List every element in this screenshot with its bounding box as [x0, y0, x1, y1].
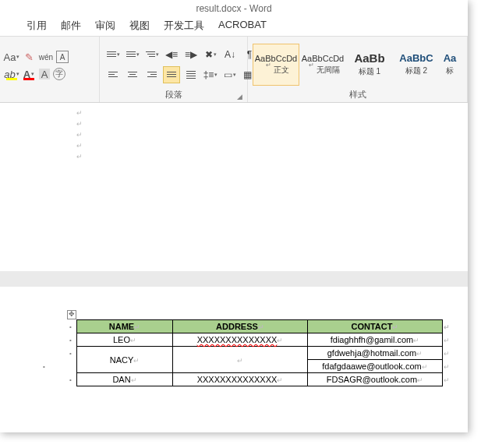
table-move-handle[interactable]: ✥: [67, 310, 76, 319]
change-case-button[interactable]: Aa▾: [5, 50, 19, 64]
paragraph-group-label: 段落 ◢: [104, 89, 242, 102]
table-row[interactable]: •LEO↵ XXXXXXXXXXXXXX↵ fdiaghhfh@gamil.co…: [77, 333, 443, 347]
increase-indent-button[interactable]: ≡▶: [182, 46, 200, 63]
app-window: result.docx - Word 引用 邮件 审阅 视图 开发工具 ACRO…: [0, 0, 468, 432]
style-heading-1[interactable]: AaBb 标题 1: [346, 44, 393, 86]
style-heading-3[interactable]: Aa 标: [440, 44, 460, 86]
styles-group-label: 样式: [253, 89, 462, 102]
tab-acrobat[interactable]: ACROBAT: [218, 19, 267, 33]
align-justify-button[interactable]: [163, 66, 180, 83]
tab-references[interactable]: 引用: [27, 19, 47, 33]
data-table[interactable]: • NAME↵ ADDRESS↵ CONTACT↵ ↵: [76, 319, 443, 386]
tab-mailings[interactable]: 邮件: [61, 19, 81, 33]
ribbon-tabs: 引用 邮件 审阅 视图 开发工具 ACROBAT: [0, 17, 468, 36]
style-heading-2[interactable]: AaBbC 标题 2: [393, 44, 440, 86]
enclose-characters-button[interactable]: 字: [53, 68, 65, 80]
page-gap: [0, 271, 468, 287]
styles-gallery: AaBbCcDd ↵正文 AaBbCcDd ↵无间隔 AaBb 标题 1 AaB…: [253, 44, 460, 86]
style-no-spacing[interactable]: AaBbCcDd ↵无间隔: [299, 44, 346, 86]
paragraph-launcher-icon[interactable]: ◢: [237, 93, 242, 101]
character-border-button[interactable]: A: [56, 51, 69, 63]
bullets-button[interactable]: ▾: [104, 46, 122, 63]
title-bar: result.docx - Word: [0, 0, 468, 17]
paragraph-group: ▾ ▾ ▾ ◀≡ ≡▶ ✖▾ A↓ ¶: [100, 37, 248, 102]
tab-review[interactable]: 审阅: [95, 19, 115, 33]
align-distributed-button[interactable]: [182, 66, 200, 83]
style-normal[interactable]: AaBbCcDd ↵正文: [253, 44, 299, 86]
align-center-button[interactable]: [124, 66, 141, 83]
line-spacing-button[interactable]: ‡≡▾: [202, 66, 219, 83]
header-address[interactable]: ADDRESS↵: [173, 320, 308, 333]
sort-button[interactable]: A↓: [221, 46, 239, 63]
header-contact[interactable]: CONTACT↵ ↵: [308, 320, 443, 333]
shading-button[interactable]: ▭▾: [221, 66, 239, 83]
highlight-color-button[interactable]: ab ▾: [5, 67, 19, 81]
align-left-button[interactable]: [104, 66, 122, 83]
phonetic-guide-button[interactable]: wén: [39, 50, 53, 64]
page-2-content: ✥ • NAME↵ ADDRESS↵ CONTACT↵ ↵: [0, 287, 468, 386]
table-row[interactable]: •DAN↵ XXXXXXXXXXXXXX↵ FDSAGR@outlook.com…: [77, 373, 443, 386]
tab-view[interactable]: 视图: [129, 19, 150, 33]
tab-developer[interactable]: 开发工具: [164, 19, 204, 33]
font-color-swatch: [23, 78, 34, 80]
ribbon: Aa▾ ✎ wén A ab ▾ A: [0, 36, 468, 103]
align-right-button[interactable]: [143, 66, 161, 83]
highlight-color-swatch: [6, 78, 17, 80]
styles-group: AaBbCcDd ↵正文 AaBbCcDd ↵无间隔 AaBb 标题 1 AaB…: [248, 37, 468, 102]
numbering-button[interactable]: ▾: [124, 46, 141, 63]
header-name[interactable]: • NAME↵: [77, 320, 173, 333]
font-color-button[interactable]: A ▾: [22, 67, 36, 81]
clear-formatting-button[interactable]: ✎: [22, 50, 36, 64]
character-shading-button[interactable]: A: [39, 69, 50, 79]
table-row[interactable]: •NACY↵ ↵ gfdwehja@hotmail.com↵↵: [77, 347, 443, 360]
multilevel-list-button[interactable]: ▾: [143, 46, 161, 63]
window-title: result.docx - Word: [196, 3, 271, 14]
font-group-label: [5, 91, 94, 102]
asian-layout-button[interactable]: ✖▾: [202, 46, 219, 63]
font-group: Aa▾ ✎ wén A ab ▾ A: [0, 37, 100, 102]
page-1-content: [0, 103, 468, 162]
decrease-indent-button[interactable]: ◀≡: [163, 46, 180, 63]
document-area[interactable]: ✥ • NAME↵ ADDRESS↵ CONTACT↵ ↵: [0, 103, 468, 432]
